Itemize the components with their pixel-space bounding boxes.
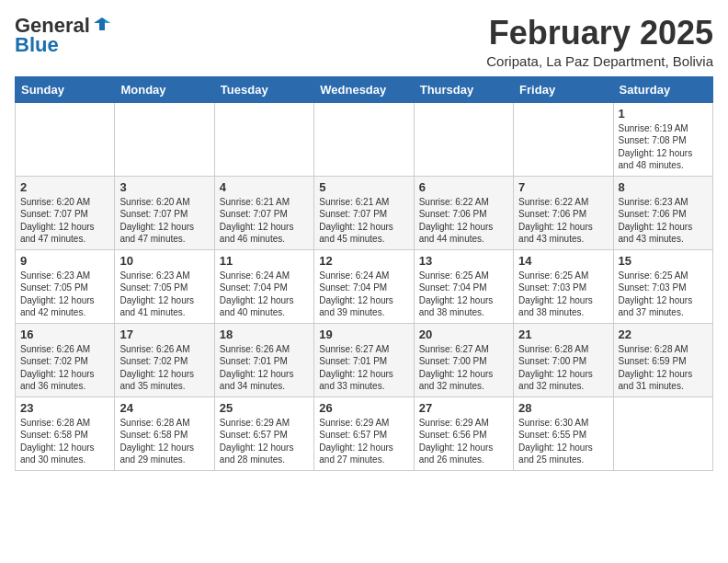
day-number: 18 (220, 327, 309, 341)
calendar-cell: 6Sunrise: 6:22 AM Sunset: 7:06 PM Daylig… (414, 176, 513, 249)
svg-marker-0 (94, 17, 110, 30)
calendar-cell: 25Sunrise: 6:29 AM Sunset: 6:57 PM Dayli… (214, 396, 313, 470)
calendar-cell: 28Sunrise: 6:30 AM Sunset: 6:55 PM Dayli… (514, 396, 613, 470)
day-number: 23 (20, 401, 109, 415)
calendar-cell: 3Sunrise: 6:20 AM Sunset: 7:07 PM Daylig… (115, 176, 214, 249)
day-number: 24 (119, 401, 209, 415)
day-info: Sunrise: 6:22 AM Sunset: 7:06 PM Dayligh… (419, 196, 508, 246)
calendar-cell: 11Sunrise: 6:24 AM Sunset: 7:04 PM Dayli… (214, 249, 313, 323)
calendar-cell: 7Sunrise: 6:22 AM Sunset: 7:06 PM Daylig… (514, 176, 613, 249)
calendar-week-3: 16Sunrise: 6:26 AM Sunset: 7:02 PM Dayli… (16, 323, 713, 396)
title-block: February 2025 Coripata, La Paz Departmen… (486, 15, 713, 69)
calendar-cell: 8Sunrise: 6:23 AM Sunset: 7:06 PM Daylig… (613, 176, 712, 249)
day-number: 13 (419, 254, 508, 268)
logo-bird-icon (92, 14, 112, 34)
day-number: 17 (119, 327, 209, 341)
day-info: Sunrise: 6:20 AM Sunset: 7:07 PM Dayligh… (20, 196, 109, 246)
day-info: Sunrise: 6:22 AM Sunset: 7:06 PM Dayligh… (518, 196, 608, 246)
day-number: 19 (319, 327, 408, 341)
page-header: General Blue February 2025 Coripata, La … (15, 15, 713, 69)
calendar-cell: 20Sunrise: 6:27 AM Sunset: 7:00 PM Dayli… (414, 323, 513, 396)
calendar-cell: 26Sunrise: 6:29 AM Sunset: 6:57 PM Dayli… (314, 396, 414, 470)
calendar-week-2: 9Sunrise: 6:23 AM Sunset: 7:05 PM Daylig… (16, 249, 713, 323)
weekday-monday: Monday (115, 76, 214, 102)
calendar-cell: 24Sunrise: 6:28 AM Sunset: 6:58 PM Dayli… (115, 396, 214, 470)
day-number: 26 (319, 401, 408, 415)
day-number: 7 (518, 180, 608, 194)
day-info: Sunrise: 6:26 AM Sunset: 7:02 PM Dayligh… (20, 343, 109, 393)
day-number: 11 (220, 254, 309, 268)
day-info: Sunrise: 6:29 AM Sunset: 6:56 PM Dayligh… (419, 417, 508, 466)
calendar-cell: 14Sunrise: 6:25 AM Sunset: 7:03 PM Dayli… (514, 249, 613, 323)
day-number: 12 (319, 254, 408, 268)
day-number: 22 (619, 327, 708, 341)
day-info: Sunrise: 6:21 AM Sunset: 7:07 PM Dayligh… (319, 196, 408, 246)
calendar-cell: 18Sunrise: 6:26 AM Sunset: 7:01 PM Dayli… (214, 323, 313, 396)
svg-marker-1 (105, 19, 110, 23)
weekday-saturday: Saturday (613, 76, 712, 102)
calendar-cell: 2Sunrise: 6:20 AM Sunset: 7:07 PM Daylig… (16, 176, 115, 249)
day-number: 3 (119, 180, 209, 194)
day-number: 1 (619, 107, 708, 121)
weekday-thursday: Thursday (414, 76, 513, 102)
calendar-cell: 27Sunrise: 6:29 AM Sunset: 6:56 PM Dayli… (414, 396, 513, 470)
calendar-cell (613, 396, 712, 470)
day-info: Sunrise: 6:26 AM Sunset: 7:01 PM Dayligh… (220, 343, 309, 393)
month-year: February 2025 (486, 15, 713, 52)
day-number: 8 (619, 180, 708, 194)
day-info: Sunrise: 6:25 AM Sunset: 7:04 PM Dayligh… (419, 270, 508, 319)
calendar-week-1: 2Sunrise: 6:20 AM Sunset: 7:07 PM Daylig… (16, 176, 713, 249)
calendar-cell (414, 102, 513, 176)
calendar-cell (314, 102, 414, 176)
day-info: Sunrise: 6:27 AM Sunset: 7:00 PM Dayligh… (419, 343, 508, 393)
calendar-cell: 22Sunrise: 6:28 AM Sunset: 6:59 PM Dayli… (613, 323, 712, 396)
day-info: Sunrise: 6:25 AM Sunset: 7:03 PM Dayligh… (619, 270, 708, 319)
calendar-cell: 15Sunrise: 6:25 AM Sunset: 7:03 PM Dayli… (613, 249, 712, 323)
day-info: Sunrise: 6:29 AM Sunset: 6:57 PM Dayligh… (220, 417, 309, 466)
calendar-cell (16, 102, 115, 176)
day-number: 6 (419, 180, 508, 194)
day-number: 14 (518, 254, 608, 268)
day-number: 16 (20, 327, 109, 341)
day-info: Sunrise: 6:19 AM Sunset: 7:08 PM Dayligh… (619, 122, 708, 172)
day-info: Sunrise: 6:28 AM Sunset: 6:58 PM Dayligh… (20, 417, 109, 466)
day-number: 10 (119, 254, 209, 268)
day-info: Sunrise: 6:23 AM Sunset: 7:06 PM Dayligh… (619, 196, 708, 246)
calendar-cell: 4Sunrise: 6:21 AM Sunset: 7:07 PM Daylig… (214, 176, 313, 249)
calendar-table: SundayMondayTuesdayWednesdayThursdayFrid… (15, 76, 713, 471)
calendar-cell: 10Sunrise: 6:23 AM Sunset: 7:05 PM Dayli… (115, 249, 214, 323)
weekday-sunday: Sunday (16, 76, 115, 102)
logo-blue-text: Blue (15, 35, 59, 55)
day-info: Sunrise: 6:28 AM Sunset: 6:58 PM Dayligh… (119, 417, 209, 466)
calendar-cell: 16Sunrise: 6:26 AM Sunset: 7:02 PM Dayli… (16, 323, 115, 396)
calendar-cell: 5Sunrise: 6:21 AM Sunset: 7:07 PM Daylig… (314, 176, 414, 249)
day-info: Sunrise: 6:29 AM Sunset: 6:57 PM Dayligh… (319, 417, 408, 466)
day-number: 9 (20, 254, 109, 268)
day-number: 2 (20, 180, 109, 194)
day-info: Sunrise: 6:24 AM Sunset: 7:04 PM Dayligh… (220, 270, 309, 319)
calendar-cell: 9Sunrise: 6:23 AM Sunset: 7:05 PM Daylig… (16, 249, 115, 323)
weekday-wednesday: Wednesday (314, 76, 414, 102)
calendar-header: SundayMondayTuesdayWednesdayThursdayFrid… (16, 76, 713, 102)
calendar-body: 1Sunrise: 6:19 AM Sunset: 7:08 PM Daylig… (16, 102, 713, 470)
weekday-friday: Friday (514, 76, 613, 102)
calendar-cell (115, 102, 214, 176)
day-number: 21 (518, 327, 608, 341)
day-info: Sunrise: 6:30 AM Sunset: 6:55 PM Dayligh… (518, 417, 608, 466)
day-info: Sunrise: 6:28 AM Sunset: 7:00 PM Dayligh… (518, 343, 608, 393)
calendar-week-0: 1Sunrise: 6:19 AM Sunset: 7:08 PM Daylig… (16, 102, 713, 176)
day-number: 20 (419, 327, 508, 341)
day-number: 25 (220, 401, 309, 415)
location: Coripata, La Paz Department, Bolivia (486, 53, 713, 69)
calendar-cell: 12Sunrise: 6:24 AM Sunset: 7:04 PM Dayli… (314, 249, 414, 323)
day-number: 5 (319, 180, 408, 194)
day-number: 28 (518, 401, 608, 415)
calendar-cell: 19Sunrise: 6:27 AM Sunset: 7:01 PM Dayli… (314, 323, 414, 396)
calendar-cell: 13Sunrise: 6:25 AM Sunset: 7:04 PM Dayli… (414, 249, 513, 323)
day-info: Sunrise: 6:23 AM Sunset: 7:05 PM Dayligh… (119, 270, 209, 319)
day-number: 27 (419, 401, 508, 415)
day-number: 4 (220, 180, 309, 194)
day-info: Sunrise: 6:26 AM Sunset: 7:02 PM Dayligh… (119, 343, 209, 393)
day-info: Sunrise: 6:21 AM Sunset: 7:07 PM Dayligh… (220, 196, 309, 246)
weekday-header-row: SundayMondayTuesdayWednesdayThursdayFrid… (16, 76, 713, 102)
